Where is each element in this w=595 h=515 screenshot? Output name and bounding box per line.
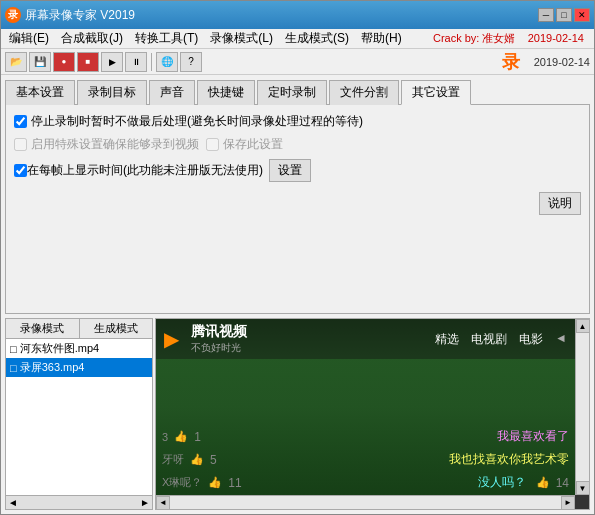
scroll-left-arrow[interactable]: ◄ bbox=[156, 496, 170, 510]
checkbox-special-settings[interactable] bbox=[14, 138, 27, 151]
nav-more: ◄ bbox=[555, 331, 567, 348]
preview-hscrollbar: ◄ ► bbox=[156, 495, 575, 509]
scroll-up-arrow[interactable]: ▲ bbox=[576, 319, 590, 333]
menu-convert[interactable]: 转换工具(T) bbox=[129, 28, 204, 49]
window-controls: ─ □ ✕ bbox=[538, 8, 590, 22]
file-item-2[interactable]: □ 录屏363.mp4 bbox=[6, 358, 152, 377]
scroll-left-arrow[interactable]: ◄ bbox=[8, 497, 18, 508]
preview-vscrollbar: ▲ ▼ bbox=[575, 319, 589, 495]
tab-hotkey[interactable]: 快捷键 bbox=[197, 80, 255, 105]
maximize-button[interactable]: □ bbox=[556, 8, 572, 22]
tab-split[interactable]: 文件分割 bbox=[329, 80, 399, 105]
tencent-name: 腾讯视频 bbox=[191, 323, 247, 341]
file-icon-1: □ bbox=[10, 343, 17, 355]
record-mode-label: 录像模式 bbox=[6, 319, 80, 339]
crack-info: Crack by: 准女婿 2019-02-14 bbox=[433, 31, 592, 46]
nav-tv[interactable]: 电视剧 bbox=[471, 331, 507, 348]
toolbar-separator bbox=[151, 53, 152, 71]
file-list: □ 河东软件图.mp4 □ 录屏363.mp4 bbox=[6, 339, 152, 495]
video-overlay: ▶ 腾讯视频 不负好时光 精选 电视剧 电影 ◄ bbox=[156, 319, 575, 495]
comment-row-2: 牙呀 👍 5 我也找喜欢你我艺术零 bbox=[162, 451, 569, 468]
scroll-vtrack[interactable] bbox=[576, 333, 589, 481]
scroll-right-arrow[interactable]: ► bbox=[140, 497, 150, 508]
menu-gen-mode[interactable]: 生成模式(S) bbox=[279, 28, 355, 49]
like-icon-2: 👍 bbox=[190, 453, 204, 466]
comment-count-2: 5 bbox=[210, 453, 217, 467]
like-icon-4: 👍 bbox=[536, 476, 550, 489]
toolbar-btn-help[interactable]: ? bbox=[180, 52, 202, 72]
menu-composite[interactable]: 合成截取(J) bbox=[55, 28, 129, 49]
window-title: 屏幕录像专家 V2019 bbox=[25, 7, 538, 24]
comment-num-2: 牙呀 bbox=[162, 452, 184, 467]
tencent-nav: 精选 电视剧 电影 ◄ bbox=[435, 331, 567, 348]
comment-row-3: X琳呢？ 👍 11 没人吗？ 👍 14 bbox=[162, 474, 569, 491]
menu-edit[interactable]: 编辑(E) bbox=[3, 28, 55, 49]
minimize-button[interactable]: ─ bbox=[538, 8, 554, 22]
tab-timer[interactable]: 定时录制 bbox=[257, 80, 327, 105]
tab-other[interactable]: 其它设置 bbox=[401, 80, 471, 105]
checkbox-stop-label: 停止录制时暂时不做最后处理(避免长时间录像处理过程的等待) bbox=[31, 113, 363, 130]
comment-num-3: X琳呢？ bbox=[162, 475, 202, 490]
toolbar-btn-open[interactable]: 📂 bbox=[5, 52, 27, 72]
checkbox-time-label: 在每帧上显示时间(此功能未注册版无法使用) bbox=[27, 162, 263, 179]
menubar: 编辑(E) 合成截取(J) 转换工具(T) 录像模式(L) 生成模式(S) 帮助… bbox=[1, 29, 594, 49]
bottom-area: 录像模式 生成模式 □ 河东软件图.mp4 □ 录屏363.mp4 ◄ ► bbox=[5, 318, 590, 510]
tabs-container: 基本设置 录制目标 声音 快捷键 定时录制 文件分割 其它设置 bbox=[1, 75, 594, 104]
file-item-1[interactable]: □ 河东软件图.mp4 bbox=[6, 339, 152, 358]
tab-target[interactable]: 录制目标 bbox=[77, 80, 147, 105]
comment-count-3a: 11 bbox=[228, 476, 241, 490]
tencent-play-icon: ▶ bbox=[164, 327, 179, 351]
scroll-down-arrow[interactable]: ▼ bbox=[576, 481, 590, 495]
comment-text-1: 我最喜欢看了 bbox=[497, 428, 569, 445]
comment-text-3: 没人吗？ bbox=[478, 474, 526, 491]
scroll-htrack[interactable] bbox=[170, 496, 561, 509]
settings-panel: 停止录制时暂时不做最后处理(避免长时间录像处理过程的等待) 启用特殊设置确保能够… bbox=[5, 104, 590, 314]
nav-select[interactable]: 精选 bbox=[435, 331, 459, 348]
checkbox-row-1: 停止录制时暂时不做最后处理(避免长时间录像处理过程的等待) bbox=[14, 113, 581, 130]
tencent-logo-area: ▶ bbox=[164, 327, 179, 351]
menu-help[interactable]: 帮助(H) bbox=[355, 28, 408, 49]
gen-mode-label: 生成模式 bbox=[80, 319, 153, 339]
comment-count-3b: 14 bbox=[556, 476, 569, 490]
video-content: ▶ 腾讯视频 不负好时光 精选 电视剧 电影 ◄ bbox=[156, 319, 575, 495]
app-icon: 录 bbox=[5, 7, 21, 23]
toolbar-btn-record2[interactable]: ■ bbox=[77, 52, 99, 72]
preview-panel: ▶ 腾讯视频 不负好时光 精选 电视剧 电影 ◄ bbox=[155, 318, 590, 510]
checkbox-row-2: 启用特殊设置确保能够录到视频 保存此设置 bbox=[14, 136, 581, 153]
file-panel: 录像模式 生成模式 □ 河东软件图.mp4 □ 录屏363.mp4 ◄ ► bbox=[5, 318, 153, 510]
comment-row-1: 3 👍 1 我最喜欢看了 bbox=[162, 428, 569, 445]
file-name-1: 河东软件图.mp4 bbox=[20, 341, 99, 356]
comment-count-1: 1 bbox=[194, 430, 201, 444]
checkbox-save-label: 保存此设置 bbox=[223, 136, 283, 153]
toolbar-btn-record4[interactable]: ⏸ bbox=[125, 52, 147, 72]
tencent-bar: ▶ 腾讯视频 不负好时光 精选 电视剧 电影 ◄ bbox=[156, 319, 575, 359]
toolbar-btn-save[interactable]: 💾 bbox=[29, 52, 51, 72]
crack-label: Crack by: 准女婿 bbox=[433, 32, 516, 44]
checkbox-show-time[interactable] bbox=[14, 164, 27, 177]
like-icon-3: 👍 bbox=[208, 476, 222, 489]
checkbox-save-settings[interactable] bbox=[206, 138, 219, 151]
menu-record-mode[interactable]: 录像模式(L) bbox=[204, 28, 279, 49]
checkbox-stop-processing[interactable] bbox=[14, 115, 27, 128]
checkbox-special-label: 启用特殊设置确保能够录到视频 bbox=[31, 136, 199, 153]
like-icon-1: 👍 bbox=[174, 430, 188, 443]
file-name-2: 录屏363.mp4 bbox=[20, 360, 85, 375]
file-hscrollbar[interactable]: ◄ ► bbox=[6, 495, 152, 509]
close-button[interactable]: ✕ bbox=[574, 8, 590, 22]
file-icon-2: □ bbox=[10, 362, 17, 374]
toolbar-date-text: 2019-02-14 bbox=[534, 56, 590, 68]
nav-movie[interactable]: 电影 bbox=[519, 331, 543, 348]
tab-basic[interactable]: 基本设置 bbox=[5, 80, 75, 105]
explain-button[interactable]: 说明 bbox=[539, 192, 581, 215]
toolbar-btn-record1[interactable]: ● bbox=[53, 52, 75, 72]
toolbar-btn-record3[interactable]: ▶ bbox=[101, 52, 123, 72]
titlebar: 录 屏幕录像专家 V2019 ─ □ ✕ bbox=[1, 1, 594, 29]
tab-sound[interactable]: 声音 bbox=[149, 80, 195, 105]
toolbar-btn-web[interactable]: 🌐 bbox=[156, 52, 178, 72]
scroll-right-arrow[interactable]: ► bbox=[561, 496, 575, 510]
main-window: 录 屏幕录像专家 V2019 ─ □ ✕ 编辑(E) 合成截取(J) 转换工具(… bbox=[0, 0, 595, 515]
tencent-slogan: 不负好时光 bbox=[191, 341, 247, 355]
toolbar-version: 录 bbox=[502, 50, 528, 74]
settings-button[interactable]: 设置 bbox=[269, 159, 311, 182]
toolbar: 📂 💾 ● ■ ▶ ⏸ 🌐 ? 录 2019-02-14 bbox=[1, 49, 594, 75]
